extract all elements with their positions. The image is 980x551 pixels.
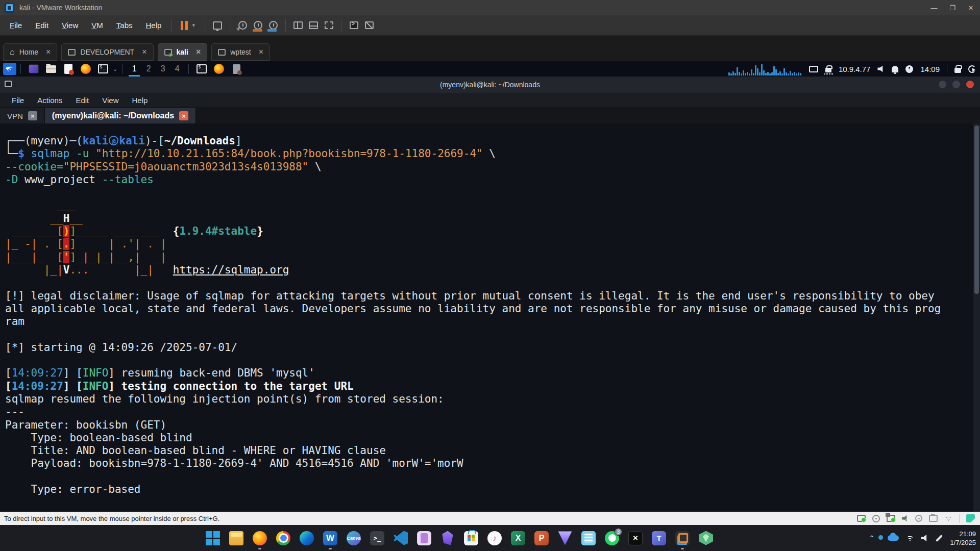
firefox-taskbar-icon[interactable] (252, 530, 268, 546)
lock-screen-icon[interactable] (954, 68, 961, 73)
whatsapp-taskbar-icon[interactable]: 3 (604, 530, 620, 546)
display-icon[interactable] (809, 66, 818, 72)
teams-taskbar-icon[interactable] (651, 530, 667, 546)
show-library-button[interactable] (290, 18, 306, 33)
workspace-3[interactable]: 3 (156, 61, 170, 77)
vmware-menu-edit[interactable]: Edit (30, 18, 54, 32)
logout-icon[interactable] (968, 65, 976, 73)
printer-icon[interactable] (929, 515, 938, 522)
terminal-tab-close-icon[interactable]: × (28, 111, 37, 120)
launcher-text-editor[interactable] (62, 63, 75, 75)
network-adapter-icon[interactable] (887, 515, 895, 522)
terminal-menu-actions[interactable]: Actions (32, 94, 68, 106)
terminal-menu-view[interactable]: View (96, 94, 124, 106)
terminal-scrollbar[interactable] (973, 123, 980, 512)
kali-menu-button[interactable] (3, 63, 16, 75)
file-explorer-taskbar-icon[interactable] (228, 530, 244, 546)
vscode-taskbar-icon[interactable] (393, 530, 409, 546)
workspace-1[interactable]: 1 (127, 61, 141, 77)
edge-taskbar-icon[interactable] (299, 530, 315, 546)
vm-tab-wptest[interactable]: wptest× (211, 43, 270, 61)
power-options-caret-icon[interactable]: ▾ (192, 22, 200, 29)
usb-device-icon[interactable] (915, 515, 922, 522)
wifi-icon[interactable] (905, 535, 914, 541)
panel-clock[interactable]: 14:09 (920, 65, 940, 73)
chrome-taskbar-icon[interactable] (275, 530, 291, 546)
taskbar-window-document[interactable] (230, 63, 242, 75)
workspace-4[interactable]: 4 (170, 61, 184, 77)
terminal-tab-close-icon[interactable]: × (179, 111, 188, 120)
speaker-icon[interactable] (921, 535, 928, 541)
excel-taskbar-icon[interactable] (510, 530, 526, 546)
tab-close-icon[interactable]: × (142, 47, 146, 57)
scrollbar-thumb[interactable] (974, 126, 979, 294)
vmware-menu-tabs[interactable]: Tabs (111, 18, 138, 32)
terminal-titlebar[interactable]: (myenv)kali@kali: ~/Downloads (0, 77, 980, 93)
vmware-menu-vm[interactable]: VM (86, 18, 109, 32)
obsidian-taskbar-icon[interactable] (439, 530, 456, 546)
phone-link-taskbar-icon[interactable] (416, 530, 432, 546)
launcher-dropdown-caret-icon[interactable]: ⌄ (113, 66, 117, 72)
terminal-menu-edit[interactable]: Edit (70, 94, 94, 106)
ms-store-taskbar-icon[interactable] (463, 530, 479, 546)
notes-taskbar-icon[interactable] (580, 530, 597, 546)
terminal-maximize-button[interactable] (952, 81, 960, 88)
launcher-terminal[interactable] (97, 63, 109, 75)
notifications-icon[interactable] (892, 66, 898, 72)
capcut-taskbar-icon[interactable] (627, 530, 644, 546)
green-diamond-taskbar-icon[interactable] (698, 530, 714, 546)
terminal-tab-active-session[interactable]: (myenv)kali@kali: ~/Downloads× (45, 108, 196, 123)
close-button[interactable]: ✕ (962, 0, 980, 15)
canva-taskbar-icon[interactable] (346, 530, 362, 546)
pause-vm-button[interactable] (177, 18, 192, 33)
tray-overflow-chevron-icon[interactable]: ⌃ (869, 534, 874, 542)
terminal-close-button[interactable] (966, 81, 974, 88)
terminal-minimize-button[interactable] (939, 81, 946, 88)
show-thumbnail-bar-button[interactable] (306, 18, 321, 33)
launcher-app-window[interactable] (28, 63, 40, 75)
terminal-body[interactable]: ┌──(myenv)─(kali@kali)-[~/Downloads]└─$ … (0, 123, 980, 512)
taskbar-window-terminal[interactable] (195, 63, 208, 75)
tab-close-icon[interactable]: × (46, 47, 51, 57)
vmware-menu-help[interactable]: Help (140, 18, 167, 32)
pen-input-icon[interactable] (936, 534, 943, 541)
onedrive-icon[interactable] (888, 535, 899, 541)
tab-close-icon[interactable]: × (196, 47, 201, 57)
terminal-menu-file[interactable]: File (6, 94, 30, 106)
start-taskbar-icon[interactable] (205, 530, 221, 546)
vm-tab-development[interactable]: DEVELOPMENT× (61, 43, 153, 61)
proton-vpn-taskbar-icon[interactable] (557, 530, 573, 546)
launcher-file-manager[interactable] (45, 63, 57, 75)
taskbar-window-firefox[interactable] (213, 63, 225, 75)
terminal-menu-help[interactable]: Help (126, 94, 153, 106)
message-log-icon[interactable] (966, 514, 975, 522)
taskbar-clock[interactable]: 21:09 1/7/2025 (950, 530, 976, 547)
fullscreen-button[interactable] (321, 18, 336, 33)
tab-close-icon[interactable]: × (259, 47, 263, 57)
take-snapshot-button[interactable] (235, 18, 250, 33)
revert-snapshot-button[interactable] (250, 18, 265, 33)
wifi-device-icon[interactable] (944, 515, 952, 521)
vmware-menu-view[interactable]: View (56, 18, 84, 32)
word-taskbar-icon[interactable] (322, 530, 338, 546)
workspace-2[interactable]: 2 (141, 61, 156, 77)
maximize-button[interactable]: ❐ (943, 0, 962, 15)
fit-guest-button[interactable] (361, 18, 377, 33)
unity-mode-button[interactable] (346, 18, 361, 33)
vm-tab-kali[interactable]: kali× (158, 43, 208, 61)
manage-snapshots-button[interactable] (265, 18, 281, 33)
vpn-lock-icon[interactable] (825, 68, 831, 72)
launcher-firefox[interactable] (80, 63, 92, 75)
vmware-menu-file[interactable]: File (4, 18, 28, 32)
volume-icon[interactable] (877, 65, 885, 72)
powerpoint-taskbar-icon[interactable] (533, 530, 550, 546)
terminal-tab-vpn[interactable]: VPN× (0, 108, 45, 123)
vm-tab-home[interactable]: ⌂Home× (3, 43, 57, 61)
power-manager-icon[interactable] (905, 65, 913, 73)
windows-terminal-taskbar-icon[interactable] (369, 530, 385, 546)
cd-rom-icon[interactable] (872, 515, 880, 522)
vmware-taskbar-icon[interactable] (674, 530, 691, 546)
send-ctrl-alt-del-button[interactable] (210, 18, 225, 33)
sound-icon[interactable] (902, 515, 909, 522)
minimize-button[interactable]: — (925, 0, 943, 15)
